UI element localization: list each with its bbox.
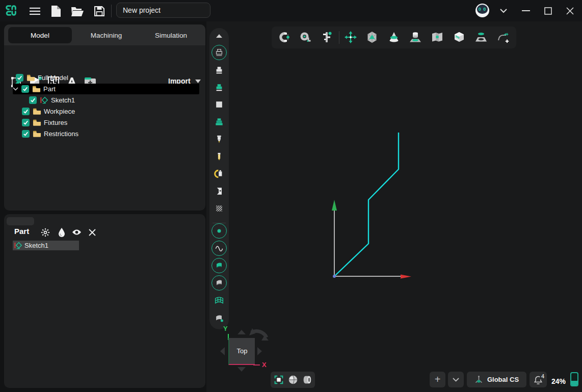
sketch-icon (40, 96, 48, 104)
filter-surface-icon[interactable] (211, 275, 227, 291)
filter-mesh-icon[interactable] (213, 295, 225, 307)
sketch-polyline[interactable] (334, 133, 399, 276)
x-axis-arrowhead (401, 275, 411, 279)
visibility-eye-icon[interactable] (72, 227, 82, 237)
assistant-avatar[interactable]: 0 0 (475, 4, 489, 17)
cs-list-expand-button[interactable] (448, 372, 464, 387)
close-button[interactable] (560, 0, 580, 21)
assistant-dropdown-chevron-icon[interactable] (493, 0, 514, 21)
resource-percentage: 24% (551, 377, 566, 385)
add-transition-icon[interactable] (496, 31, 510, 44)
project-name-input[interactable] (116, 3, 210, 18)
y-axis-arrowhead (332, 200, 337, 211)
new-project-icon[interactable] (49, 5, 63, 18)
rotate-right-arrow[interactable] (257, 347, 262, 355)
notifications-button[interactable]: 4 (530, 372, 547, 387)
tab-simulation[interactable]: Simulation (140, 27, 202, 43)
fit-view-icon[interactable] (273, 374, 285, 386)
properties-title: Part (14, 227, 29, 236)
view-mode-toolbar (271, 372, 315, 388)
open-project-icon[interactable] (70, 5, 84, 18)
app-logo (5, 4, 18, 17)
plus-icon: + (435, 374, 441, 385)
tree-item-label: Full Model (38, 74, 68, 82)
tree-item-label: Part (43, 85, 56, 93)
stamp-extrude-icon[interactable] (409, 31, 422, 44)
tree-item-workpiece[interactable]: Workpiece (4, 106, 223, 117)
tree-item-fixtures[interactable]: Fixtures (4, 117, 223, 128)
tree-item-sketch1[interactable]: Sketch1 (4, 95, 230, 106)
shading-sphere-icon[interactable] (287, 374, 299, 386)
tab-machining[interactable]: Machining (74, 27, 139, 43)
expand-chevron-icon[interactable] (13, 87, 18, 91)
tree-item-full-model[interactable]: Full Model (4, 72, 217, 83)
rotate-down-arrow[interactable] (237, 367, 246, 372)
cone-feature-icon[interactable] (387, 31, 401, 44)
rotate-up-arrow[interactable] (237, 330, 246, 334)
checkbox-checked-icon[interactable] (22, 119, 30, 126)
hamburger-menu-icon[interactable] (28, 5, 41, 18)
box-mesh-icon[interactable] (453, 31, 466, 44)
global-cs-button[interactable]: Global CS (467, 372, 526, 387)
maximize-button[interactable] (538, 0, 558, 21)
chevron-down-icon (453, 378, 459, 382)
origin-point (333, 275, 336, 278)
filter-point-icon[interactable] (211, 223, 227, 239)
rotate-left-arrow[interactable] (220, 347, 225, 355)
machining-setup-icon-selected[interactable] (211, 45, 227, 60)
folder-icon (33, 108, 41, 115)
add-coordinate-system-button[interactable]: + (430, 372, 445, 387)
material-droplet-icon[interactable] (57, 227, 66, 237)
settings-gear-icon[interactable] (40, 227, 50, 237)
turning-view-icon[interactable] (301, 374, 313, 386)
view-cube-y-label: Y (223, 325, 228, 332)
checkbox-checked-icon[interactable] (16, 74, 23, 82)
tree-item-part[interactable]: Part (4, 84, 205, 94)
stock-small-icon[interactable] (213, 64, 225, 76)
roll-rotate-arrow[interactable] (247, 325, 272, 347)
toolbar-divider (339, 31, 339, 44)
caliper-icon[interactable] (320, 31, 333, 44)
tree-item-label: Workpiece (44, 108, 75, 115)
tool-cutter-icon[interactable] (213, 133, 225, 145)
checkbox-checked-icon[interactable] (22, 130, 30, 138)
tab-machining-label: Machining (91, 32, 122, 39)
application-window: 0 0 Model Machining Simulation (0, 0, 582, 392)
coordinate-system-icon (474, 375, 483, 384)
checkbox-checked-icon[interactable] (29, 96, 37, 104)
stock-result-icon[interactable] (213, 116, 225, 128)
checkbox-checked-icon[interactable] (21, 85, 29, 93)
fixture-clamp-icon[interactable] (213, 168, 225, 180)
titlebar: 0 0 (0, 0, 582, 21)
save-project-icon[interactable] (93, 5, 106, 18)
notification-count-badge: 4 (541, 373, 544, 379)
tab-simulation-label: Simulation (155, 32, 187, 39)
workpiece-sheet-icon[interactable] (213, 185, 225, 197)
tab-model[interactable]: Model (8, 27, 72, 43)
view-cube-x-label: X (262, 361, 267, 369)
close-panel-icon[interactable] (87, 227, 97, 237)
plain-plate-icon[interactable] (213, 98, 225, 111)
move-object-icon[interactable] (344, 31, 357, 44)
measure-tape-icon[interactable] (299, 31, 312, 44)
restriction-hatch-icon[interactable] (213, 202, 225, 215)
polygonize-sphere-icon[interactable] (365, 31, 379, 44)
filter-face-icon[interactable] (211, 258, 227, 273)
folder-icon (32, 85, 41, 93)
scroll-up-icon[interactable] (213, 30, 225, 42)
unfold-map-icon[interactable] (431, 31, 444, 44)
stock-teal-icon[interactable] (213, 81, 225, 93)
minimize-button[interactable] (516, 0, 536, 21)
properties-item-sketch1[interactable]: Sketch1 (13, 241, 79, 250)
checkbox-checked-icon[interactable] (22, 108, 30, 115)
modeling-operations-toolbar (272, 27, 516, 48)
filter-curve-icon[interactable] (211, 241, 227, 256)
tree-item-label: Sketch1 (51, 96, 75, 104)
tree-item-restrictions[interactable]: Restrictions (4, 128, 223, 139)
tab-model-label: Model (31, 32, 49, 39)
snap-magnet-icon[interactable] (277, 31, 290, 44)
plane-hole-icon[interactable] (474, 31, 488, 44)
tool-drill-icon[interactable] (213, 150, 225, 163)
panel-drag-tab[interactable] (7, 217, 34, 225)
model-panel: Model Machining Simulation (4, 24, 205, 211)
